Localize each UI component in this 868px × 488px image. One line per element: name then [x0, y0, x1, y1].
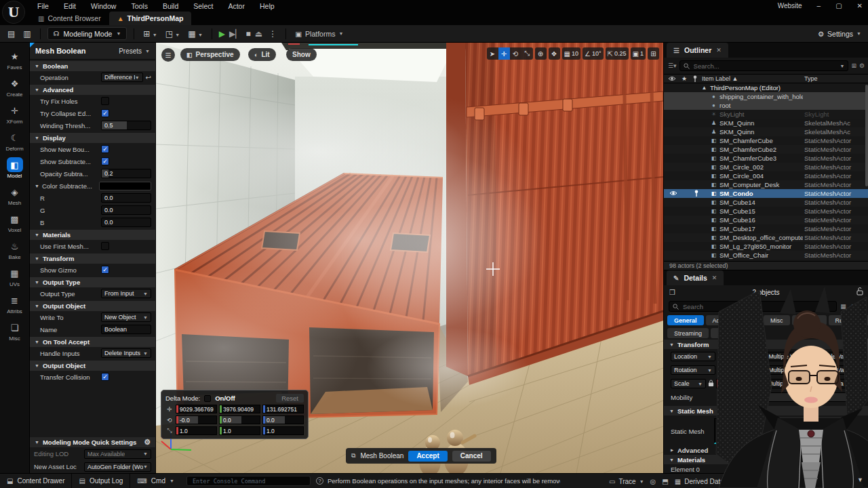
scale-snap-toggle[interactable]: ⇱ 0.25: [606, 47, 629, 60]
cancel-button[interactable]: Cancel: [452, 451, 491, 462]
rail-item-misc[interactable]: ❏Misc: [0, 320, 30, 342]
rail-item-mesh[interactable]: ◈Mesh: [0, 184, 30, 206]
translate-z-field[interactable]: 131.692751: [262, 405, 304, 413]
rotation-dropdown[interactable]: Rotation▼: [671, 365, 715, 375]
outliner-row[interactable]: ◧SM_Cube17StaticMeshActor: [664, 224, 868, 233]
outliner-row[interactable]: ◧SM_Cube16StaticMeshActor: [664, 216, 868, 224]
section-on-tool-accept[interactable]: ▼On Tool Accept: [30, 337, 155, 347]
rotate-y-field[interactable]: 0.0: [219, 415, 260, 424]
color-r-field[interactable]: 0.0: [101, 193, 151, 203]
section-advanced[interactable]: ▼Advanced: [30, 85, 155, 95]
cinematics-icon[interactable]: ▦ ▼: [186, 29, 205, 39]
menu-window[interactable]: Window: [83, 2, 123, 10]
type-column[interactable]: Type: [804, 75, 818, 82]
presets-dropdown[interactable]: Presets▼: [119, 47, 150, 55]
translate-x-field[interactable]: 9029.366769: [176, 405, 217, 413]
outliner-row[interactable]: ◧SM_Lg_27gl850_monitorStaticMeshActor: [664, 242, 868, 251]
visibility-column-icon[interactable]: [668, 75, 676, 83]
outliner-row[interactable]: ◧SM_ChamferCube2StaticMeshActor: [664, 145, 868, 154]
content-drawer-icon[interactable]: ▥: [21, 29, 33, 39]
outliner-row[interactable]: ◧SM_Computer_DeskStaticMeshActor: [664, 180, 868, 189]
outliner-row[interactable]: ♟SKM_QuinnSkeletalMeshAc: [664, 127, 868, 136]
content-drawer-button[interactable]: ⬓Content Drawer: [0, 474, 72, 488]
scale-tool-icon[interactable]: ⤡: [521, 47, 533, 60]
rail-item-attribs[interactable]: ≣Attribs: [0, 293, 30, 314]
add-folder-icon[interactable]: ⊞: [851, 62, 856, 69]
scale-y-field[interactable]: 1.0: [219, 426, 260, 435]
surface-snap-icon[interactable]: ❖: [549, 47, 560, 60]
rotation-snap-toggle[interactable]: ∠ 10°: [583, 47, 604, 60]
rail-item-uvs[interactable]: ▦UVs: [0, 266, 30, 287]
maximize-viewport-icon[interactable]: ⊞: [648, 47, 659, 60]
color-g-field[interactable]: 0.0: [101, 205, 151, 215]
menu-build[interactable]: Build: [155, 2, 186, 10]
close-button[interactable]: ✕: [857, 2, 863, 9]
outliner-row[interactable]: ◧SM_Office_ChairStaticMeshActor: [664, 251, 868, 260]
outliner-row[interactable]: ◧SM_ChamferCube3StaticMeshActor: [664, 154, 868, 163]
menu-tools[interactable]: Tools: [123, 2, 155, 10]
gear-icon[interactable]: ⚙: [144, 438, 151, 447]
scale-z-field[interactable]: 1.0: [262, 426, 304, 435]
tab-level[interactable]: ▲ ThirdPersonMap: [109, 12, 192, 25]
tab-details[interactable]: ✎ Details ✕: [667, 270, 724, 285]
outliner-search-input[interactable]: [692, 62, 837, 70]
chip-streaming[interactable]: Streaming: [667, 328, 709, 338]
outliner-row-selected[interactable]: ◧ SM_CondoStaticMeshActor: [664, 189, 868, 198]
tab-outliner[interactable]: ☰ Outliner ✕: [667, 43, 728, 58]
scale-x-field[interactable]: 1.0: [176, 426, 217, 435]
save-icon[interactable]: ▤: [5, 29, 17, 39]
rail-item-voxel[interactable]: ▩Voxel: [0, 211, 30, 233]
outliner-row[interactable]: ☀SkyLightSkyLight: [664, 110, 868, 119]
new-asset-loc-dropdown[interactable]: AutoGen Folder (World-F▼: [84, 462, 151, 472]
color-subtracted-swatch[interactable]: [99, 182, 151, 190]
outliner-row[interactable]: ●root: [664, 101, 868, 110]
view-mode-selector[interactable]: ◐Lit: [248, 48, 276, 61]
section-quick-settings[interactable]: ▼Modeling Mode Quick Settings⚙: [30, 437, 155, 447]
menu-file[interactable]: File: [30, 2, 56, 10]
eject-button[interactable]: ⏏: [255, 29, 262, 39]
section-output-object[interactable]: ▼Output Object: [30, 301, 155, 311]
outliner-row[interactable]: ◧SM_Circle_002StaticMeshActor: [664, 163, 868, 171]
outliner-row-level[interactable]: ▲ThirdPersonMap (Editor): [664, 83, 868, 92]
console-input[interactable]: [191, 477, 306, 485]
unreal-logo-icon[interactable]: U: [2, 1, 25, 24]
capture-icon[interactable]: ⬒: [662, 478, 668, 485]
show-subtracted-checkbox[interactable]: ✓: [101, 157, 109, 165]
close-icon[interactable]: ✕: [712, 274, 717, 281]
operation-dropdown[interactable]: Difference B - A▼: [101, 73, 143, 82]
show-flags-button[interactable]: Show: [286, 48, 317, 61]
winding-threshold-slider[interactable]: 0.5: [101, 121, 151, 130]
accept-button[interactable]: Accept: [408, 451, 447, 462]
outliner-scrollbar[interactable]: [865, 85, 868, 186]
outliner-settings-icon[interactable]: ⚙: [859, 62, 865, 69]
trace-button[interactable]: ▭Trace▼: [609, 478, 644, 485]
play-options-kebab-icon[interactable]: ⋮: [267, 29, 279, 39]
try-collapse-edges-checkbox[interactable]: ✓: [101, 109, 109, 117]
outliner-search-box[interactable]: ▼: [679, 60, 849, 71]
rail-item-deform[interactable]: ☾Deform: [0, 130, 30, 152]
editing-lod-dropdown[interactable]: Max Available▼: [84, 449, 151, 459]
write-to-dropdown[interactable]: New Object▼: [101, 312, 151, 322]
item-label-column[interactable]: Item Label ▲: [702, 75, 738, 82]
add-actor-icon[interactable]: ⊞ ▼: [141, 29, 159, 39]
name-field[interactable]: Boolean: [101, 325, 151, 334]
perspective-selector[interactable]: ◧Perspective: [180, 48, 240, 61]
outliner-row[interactable]: ◧SM_Cube14StaticMeshActor: [664, 198, 868, 207]
section-output-type[interactable]: ▼Output Type: [30, 277, 155, 287]
editor-mode-select[interactable]: ☊ Modeling Mode▼: [47, 27, 127, 40]
settings-button[interactable]: ⚙ Settings▼: [818, 30, 861, 38]
rail-item-faves[interactable]: ★Faves: [0, 49, 30, 70]
favorite-column-icon[interactable]: ★: [682, 75, 687, 82]
handle-inputs-dropdown[interactable]: Delete Inputs▼: [101, 348, 151, 358]
color-b-field[interactable]: 0.0: [101, 218, 151, 227]
minimize-button[interactable]: –: [817, 2, 821, 9]
outliner-row[interactable]: ●shipping_container_with_hole: [664, 92, 868, 101]
menu-help[interactable]: Help: [252, 2, 282, 10]
menu-select[interactable]: Select: [186, 2, 220, 10]
skip-frame-button[interactable]: ▶▏: [229, 29, 241, 39]
opacity-subtracted-field[interactable]: 0.2: [101, 169, 151, 178]
try-fix-holes-checkbox[interactable]: [101, 97, 109, 105]
output-type-dropdown[interactable]: From Input▼: [101, 289, 151, 298]
rotate-tool-icon[interactable]: ⟲: [510, 47, 521, 60]
stop-button[interactable]: ■: [246, 29, 251, 39]
